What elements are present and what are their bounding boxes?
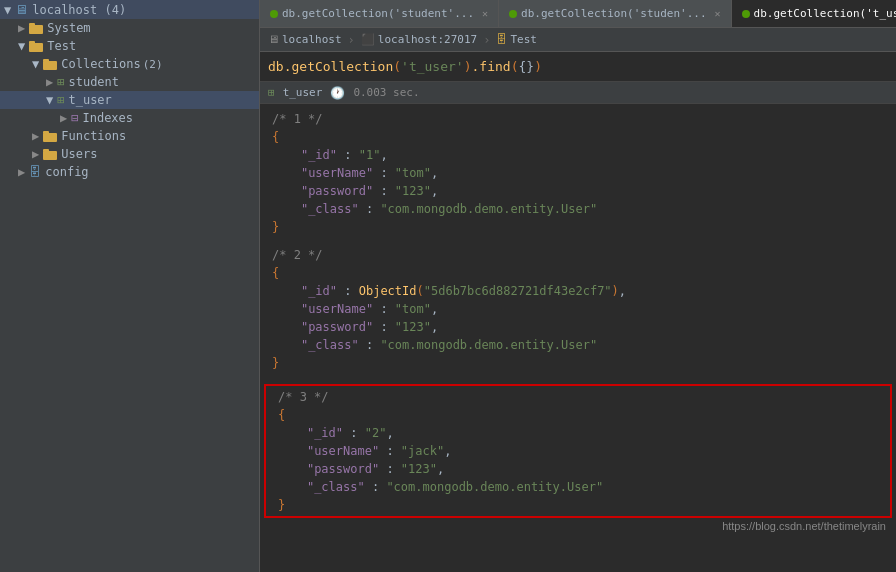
sidebar-item-functions[interactable]: ▶ Functions [0,127,259,145]
system-label: System [47,21,90,35]
db-icon2: 🗄 [29,165,41,179]
svg-rect-4 [43,61,57,70]
breadcrumb-bar: 🖥 localhost › ⬛ localhost:27017 › 🗄 Test [260,28,896,52]
clock-icon: 🕐 [330,86,345,100]
field-3-class: "_class" : "com.mongodb.demo.entity.User… [266,478,890,496]
bc-localhost-label: localhost [282,33,342,46]
close-brace-1: } [260,218,896,236]
tab-dot-2 [509,10,517,18]
index-icon: ⊟ [71,111,78,125]
collections-label: Collections [61,57,140,71]
main-panel: db.getCollection('student'... ✕ db.getCo… [260,0,896,572]
svg-rect-8 [43,151,57,160]
query-bar: db.getCollection('t_user').find({}) [260,52,896,82]
close-brace-2: } [260,354,896,372]
tab-1[interactable]: db.getCollection('student'... ✕ [260,0,499,27]
folder-icon3 [43,58,57,70]
db-breadcrumb-icon: 🗄 [496,33,507,46]
field-1-id: "_id" : "1", [260,146,896,164]
field-2-id: "_id" : ObjectId("5d6b7bc6d882721df43e2c… [260,282,896,300]
breadcrumb-db[interactable]: 🗄 Test [496,33,537,46]
svg-rect-3 [29,41,35,44]
collapse-icon5: ▶ [32,147,39,161]
spacer-2 [260,372,896,382]
open-brace-3: { [266,406,890,424]
svg-rect-1 [29,23,35,26]
field-3-id: "_id" : "2", [266,424,890,442]
field-3-username: "userName" : "jack", [266,442,890,460]
tab-label-2: db.getCollection('studen'... [521,7,706,20]
tab-2[interactable]: db.getCollection('studen'... ✕ [499,0,731,27]
close-brace-3: } [266,496,890,514]
svg-rect-5 [43,59,49,62]
folder-icon5 [43,148,57,160]
field-2-username: "userName" : "tom", [260,300,896,318]
bc-db-label: Test [510,33,537,46]
sidebar-item-collections[interactable]: ▼ Collections (2) [0,55,259,73]
breadcrumb-server[interactable]: ⬛ localhost:27017 [361,33,477,46]
sidebar-item-system[interactable]: ▶ System [0,19,259,37]
record-3-block: /* 3 */ { "_id" : "2", "userName" : "jac… [264,384,892,518]
collection-icon2: ⊞ [57,93,64,107]
student-label: student [68,75,119,89]
svg-rect-0 [29,25,43,34]
tab-label-3: db.getCollection('t_user'... [754,7,896,20]
sidebar-item-indexes[interactable]: ▶ ⊟ Indexes [0,109,259,127]
result-time: 0.003 sec. [353,86,419,99]
tab-label-1: db.getCollection('student'... [282,7,474,20]
watermark-text: https://blog.csdn.net/thetimelyrain [722,520,886,532]
sidebar-item-config[interactable]: ▶ 🗄 config [0,163,259,181]
result-collection-name: t_user [283,86,323,99]
breadcrumb-localhost[interactable]: 🖥 localhost [268,33,342,46]
test-label: Test [47,39,76,53]
tab-dot-3 [742,10,750,18]
field-3-password: "password" : "123", [266,460,890,478]
breadcrumb-sep-1: › [348,33,355,47]
svg-rect-9 [43,149,49,152]
folder-icon2 [29,40,43,52]
query-text: db.getCollection('t_user').find({}) [268,59,542,74]
collections-badge: (2) [143,58,163,71]
collection-icon: ⊞ [57,75,64,89]
collapse-icon4: ▶ [32,129,39,143]
spacer-1 [260,236,896,246]
t-user-label: t_user [68,93,111,107]
tab-bar: db.getCollection('student'... ✕ db.getCo… [260,0,896,28]
server-icon: ⬛ [361,33,375,46]
svg-rect-7 [43,131,49,134]
sidebar-item-student[interactable]: ▶ ⊞ student [0,73,259,91]
field-1-class: "_class" : "com.mongodb.demo.entity.User… [260,200,896,218]
query-fn: db.getCollection [268,59,393,74]
tab-close-2[interactable]: ✕ [715,8,721,19]
users-label: Users [61,147,97,161]
result-bar: ⊞ t_user 🕐 0.003 sec. [260,82,896,104]
field-1-username: "userName" : "tom", [260,164,896,182]
config-label: config [45,165,88,179]
pc-icon: 🖥 [268,33,279,46]
localhost-label: localhost (4) [32,3,126,17]
tab-dot-1 [270,10,278,18]
comment-2: /* 2 */ [260,246,896,264]
comment-1: /* 1 */ [260,110,896,128]
tab-3[interactable]: db.getCollection('t_user'... ✕ [732,0,896,27]
collapse-icon3: ▶ [60,111,67,125]
expand-icon3: ▼ [32,57,39,71]
svg-rect-6 [43,133,57,142]
sidebar-item-localhost[interactable]: ▼ 🖥 localhost (4) [0,0,259,19]
bc-server-label: localhost:27017 [378,33,477,46]
code-area[interactable]: /* 1 */ { "_id" : "1", "userName" : "tom… [260,104,896,572]
sidebar-item-test[interactable]: ▼ Test [0,37,259,55]
expand-icon2: ▼ [18,39,25,53]
sidebar-item-t-user[interactable]: ▼ ⊞ t_user [0,91,259,109]
indexes-label: Indexes [82,111,133,125]
tab-close-1[interactable]: ✕ [482,8,488,19]
field-2-class: "_class" : "com.mongodb.demo.entity.User… [260,336,896,354]
field-2-password: "password" : "123", [260,318,896,336]
comment-3: /* 3 */ [266,388,890,406]
svg-rect-2 [29,43,43,52]
collapse-icon2: ▶ [46,75,53,89]
folder-icon4 [43,130,57,142]
sidebar: ▼ 🖥 localhost (4) ▶ System ▼ Test ▼ Coll… [0,0,260,572]
sidebar-item-users[interactable]: ▶ Users [0,145,259,163]
functions-label: Functions [61,129,126,143]
